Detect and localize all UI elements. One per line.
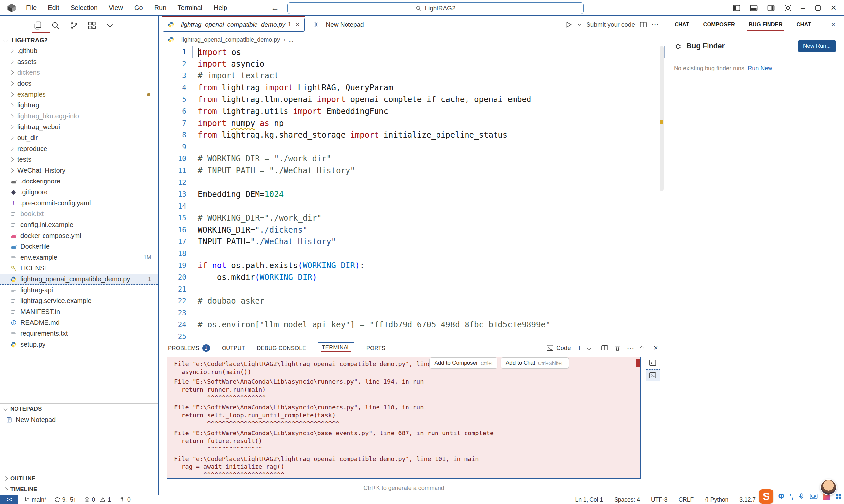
menu-edit[interactable]: Edit [44,3,63,13]
tree-item[interactable]: book.txt [0,209,158,219]
tree-item[interactable]: docker-compose.yml [0,230,158,241]
git-branch-status[interactable]: main* [24,497,47,503]
tree-item[interactable]: lightrag_hku.egg-info [0,111,158,122]
encoding-status[interactable]: UTF-8 [651,497,668,503]
ai-tab-composer[interactable]: COMPOSER [703,19,735,30]
microphone-icon[interactable] [798,493,805,500]
sogou-input-icon[interactable]: S [759,489,773,504]
editor-tab[interactable]: New Notepad [306,16,371,33]
menu-go[interactable]: Go [130,3,148,13]
code-line[interactable]: 20 os.mkdir(WORKING_DIR) [159,271,665,283]
tree-item[interactable]: assets [0,56,158,67]
maximize-button[interactable] [814,4,822,12]
tree-item[interactable]: !.pre-commit-config.yaml [0,198,158,209]
settings-gear-icon[interactable] [784,4,792,12]
new-run-button[interactable]: New Run... [798,40,836,52]
remote-indicator[interactable]: >< [0,496,18,504]
tree-item[interactable]: examples [0,89,158,100]
tree-item[interactable]: tests [0,154,158,165]
split-editor-icon[interactable] [640,21,647,28]
tree-item[interactable]: LICENSE [0,263,158,274]
minimize-button[interactable]: – [801,4,805,12]
close-ai-panel-icon[interactable]: × [831,20,844,29]
menu-run[interactable]: Run [150,3,171,13]
panel-more-actions-icon[interactable]: ⋯ [627,344,634,352]
code-line[interactable]: 19if not os.path.exists(WORKING_DIR): [159,259,665,271]
tree-item[interactable]: .gitignore [0,187,158,198]
terminal-dropdown-chevron-icon[interactable] [587,346,591,350]
code-line[interactable]: 14 [159,200,665,212]
ai-tab-chat[interactable]: CHAT [796,19,811,30]
panel-tab-terminal[interactable]: TERMINAL [318,342,355,354]
tree-item[interactable]: out_dir [0,132,158,143]
code-line[interactable]: 22# doubao asker [159,295,665,307]
run-dropdown-chevron-icon[interactable] [577,22,582,27]
panel-tab-ports[interactable]: PORTS [366,345,386,351]
toolbox-grid-icon[interactable] [836,493,842,500]
tree-item[interactable]: WeChat_History [0,165,158,176]
command-center-search[interactable]: LightRAG2 [288,2,584,14]
breadcrumb[interactable]: lightrag_openai_compatible_demo.py › ... [159,33,665,46]
menu-file[interactable]: File [22,3,41,13]
panel-tab-problems[interactable]: PROBLEMS1 [168,344,210,352]
code-line[interactable]: 11# INPUT_PATH = "./WeChat_History" [159,165,665,177]
add-to-composer-button[interactable]: Add to ComposerCtrl+I [429,357,498,368]
ports-status[interactable]: 0 [119,497,131,503]
editor-tab[interactable]: lightrag_openai_compatible_demo.py1× [162,18,305,32]
menu-view[interactable]: View [104,3,127,13]
breadcrumb-file[interactable]: lightrag_openai_compatible_demo.py [181,36,280,43]
tree-item[interactable]: Dockerfile [0,241,158,252]
ai-tab-bug-finder[interactable]: BUG FINDER [749,19,783,30]
tree-item[interactable]: reproduce [0,143,158,154]
code-line[interactable]: 1import os [159,46,665,58]
terminal-tab-item[interactable] [645,357,660,368]
cursor-position-status[interactable]: Ln 1, Col 1 [575,497,603,503]
menu-help[interactable]: Help [209,3,231,13]
python-interpreter-status[interactable]: 3.12.7 [740,497,756,503]
tree-item[interactable]: .github [0,46,158,56]
terminal-profile[interactable]: Code [546,344,571,352]
search-sidebar-icon[interactable] [51,21,60,30]
code-line[interactable]: 9 [159,141,665,153]
code-line[interactable]: 23 [159,307,665,319]
tree-item[interactable]: lightrag_openai_compatible_demo.py1 [0,274,158,285]
source-control-icon[interactable] [69,21,78,30]
problems-status[interactable]: 0 1 [84,497,111,503]
code-editor[interactable]: 1import os2import asyncio3# import textr… [159,46,665,340]
git-sync-status[interactable]: 9↓ 5↑ [54,497,76,503]
code-line[interactable]: 6from lightrag.utils import EmbeddingFun… [159,105,665,117]
tree-item[interactable]: config.ini.example [0,219,158,230]
tree-item[interactable]: .dockerignore [0,176,158,187]
kill-terminal-trash-icon[interactable] [614,345,621,352]
assistant-avatar[interactable] [820,479,837,496]
back-arrow-icon[interactable]: ← [271,3,279,13]
terminal-output[interactable]: File "e:\CodePlace\LightRAG2\lightrag_op… [167,357,641,479]
code-line[interactable]: 3# import textract [159,70,665,82]
notepads-header[interactable]: NOTEPADS [0,403,158,414]
ai-tab-chat[interactable]: CHAT [674,19,689,30]
tree-root[interactable]: LIGHTRAG2 [0,35,158,46]
punctuation-mode-icon[interactable]: ’, [789,492,793,501]
code-line[interactable]: 4from lightrag import LightRAG, QueryPar… [159,82,665,93]
close-panel-icon[interactable]: × [654,344,658,352]
explorer-files-icon[interactable] [33,21,42,30]
run-play-icon[interactable] [565,21,572,28]
input-language-icon[interactable]: Φ [778,492,784,501]
code-line[interactable]: 8from lightrag.kg.shared_storage import … [159,129,665,141]
menu-terminal[interactable]: Terminal [173,3,207,13]
editor-scrollbar[interactable] [658,46,665,340]
tree-item[interactable]: lightrag-api [0,285,158,295]
eol-status[interactable]: CRLF [678,497,694,503]
close-window-button[interactable]: ✕ [831,4,837,12]
indentation-status[interactable]: Spaces: 4 [614,497,640,503]
code-line[interactable]: 17INPUT_PATH="./WeChat_History" [159,236,665,248]
toggle-left-sidebar-icon[interactable] [732,4,741,12]
panel-tab-output[interactable]: OUTPUT [222,345,245,351]
timeline-header[interactable]: TIMELINE [0,484,158,495]
code-line[interactable]: 7import numpy as np [159,117,665,129]
tree-item[interactable]: docs [0,78,158,89]
tree-item[interactable]: README.md [0,317,158,328]
views-chevron-down-icon[interactable] [105,21,115,30]
tree-item[interactable]: requirements.txt [0,328,158,339]
tree-item[interactable]: lightrag [0,100,158,111]
